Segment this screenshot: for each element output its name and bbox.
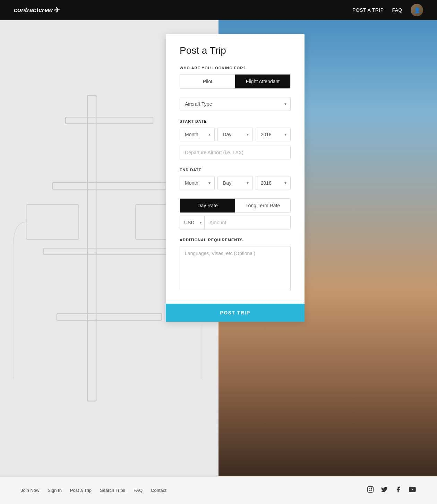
nav-post-trip[interactable]: POST A TRIP (352, 7, 384, 13)
end-date-label: END DATE (180, 168, 291, 172)
long-term-rate-button[interactable]: Long Term Rate (235, 199, 290, 212)
start-year-select[interactable]: 201820192020 (256, 128, 291, 141)
svg-rect-4 (57, 314, 162, 320)
currency-select[interactable]: USD EUR GBP (180, 216, 205, 229)
additional-req-textarea[interactable] (180, 246, 291, 291)
end-month-select[interactable]: Month JanuaryFebruaryMarch AprilMayJune … (180, 176, 215, 190)
footer: Join Now Sign In Post a Trip Search Trip… (0, 476, 437, 504)
youtube-icon[interactable] (409, 487, 416, 494)
pilot-button[interactable]: Pilot (180, 75, 235, 88)
role-toggle: Pilot Flight Attendant (180, 74, 291, 89)
footer-contact[interactable]: Contact (151, 488, 166, 493)
footer-sign-in[interactable]: Sign In (48, 488, 61, 493)
svg-rect-3 (44, 248, 175, 255)
start-day-wrapper: Day for(let i=1;i<=31;i++) document.writ… (217, 128, 252, 141)
currency-wrapper: USD EUR GBP (180, 216, 205, 229)
end-year-wrapper: 201820192020 (256, 176, 291, 190)
additional-req-label: ADDITIONAL REQUIREMENTS (180, 238, 291, 242)
amount-input[interactable] (205, 216, 290, 229)
currency-amount-row: USD EUR GBP (180, 216, 291, 229)
departure-input[interactable] (180, 146, 291, 159)
footer-join-now[interactable]: Join Now (21, 488, 39, 493)
nav-links: POST A TRIP FAQ 👤 (352, 4, 423, 16)
twitter-icon[interactable] (381, 486, 388, 495)
start-month-select[interactable]: Month JanuaryFebruaryMarch AprilMayJune … (180, 128, 215, 141)
end-year-select[interactable]: 201820192020 (256, 176, 291, 190)
start-year-wrapper: 201820192020 (256, 128, 291, 141)
post-trip-form: Post a Trip WHO ARE YOU LOOKING FOR? Pil… (166, 34, 305, 322)
end-day-wrapper: Day for(let i=1;i<=31;i++) document.writ… (217, 176, 252, 190)
navbar: contractcrew ✈ POST A TRIP FAQ 👤 (0, 0, 437, 20)
page-wrapper: Post a Trip WHO ARE YOU LOOKING FOR? Pil… (0, 20, 437, 476)
avatar[interactable]: 👤 (411, 4, 423, 16)
start-date-label: START DATE (180, 119, 291, 123)
plane-icon: ✈ (54, 6, 60, 14)
start-date-row: Month JanuaryFebruaryMarch AprilMayJune … (180, 128, 291, 141)
footer-post-trip[interactable]: Post a Trip (70, 488, 92, 493)
start-month-wrapper: Month JanuaryFebruaryMarch AprilMayJune … (180, 128, 215, 141)
day-rate-button[interactable]: Day Rate (180, 199, 235, 212)
svg-rect-7 (368, 487, 374, 493)
end-month-wrapper: Month JanuaryFebruaryMarch AprilMayJune … (180, 176, 215, 190)
nav-faq[interactable]: FAQ (392, 7, 402, 13)
svg-rect-2 (52, 183, 166, 189)
end-day-select[interactable]: Day for(let i=1;i<=31;i++) document.writ… (217, 176, 252, 190)
start-day-select[interactable]: Day for(let i=1;i<=31;i++) document.writ… (217, 128, 252, 141)
facebook-icon[interactable] (395, 486, 402, 495)
aircraft-type-wrapper: Aircraft Type Boeing 737 Airbus A320 Ces… (180, 97, 291, 111)
end-date-row: Month JanuaryFebruaryMarch AprilMayJune … (180, 176, 291, 190)
svg-rect-1 (66, 117, 153, 124)
flight-attendant-button[interactable]: Flight Attendant (235, 75, 290, 88)
logo-text: contractcrew (14, 7, 53, 14)
form-title: Post a Trip (180, 45, 291, 56)
instagram-icon[interactable] (367, 486, 374, 495)
logo[interactable]: contractcrew ✈ (14, 6, 60, 14)
footer-faq[interactable]: FAQ (134, 488, 143, 493)
rate-toggle: Day Rate Long Term Rate (180, 198, 291, 213)
who-label: WHO ARE YOU LOOKING FOR? (180, 66, 291, 70)
svg-rect-5 (26, 205, 79, 240)
post-trip-button[interactable]: POST TRIP (166, 304, 305, 322)
social-icons (367, 486, 416, 495)
svg-point-8 (369, 488, 372, 491)
footer-links: Join Now Sign In Post a Trip Search Trip… (21, 488, 166, 493)
aircraft-type-select[interactable]: Aircraft Type Boeing 737 Airbus A320 Ces… (180, 97, 291, 111)
footer-search-trips[interactable]: Search Trips (100, 488, 125, 493)
svg-point-9 (372, 488, 372, 488)
departure-wrapper (180, 146, 291, 159)
